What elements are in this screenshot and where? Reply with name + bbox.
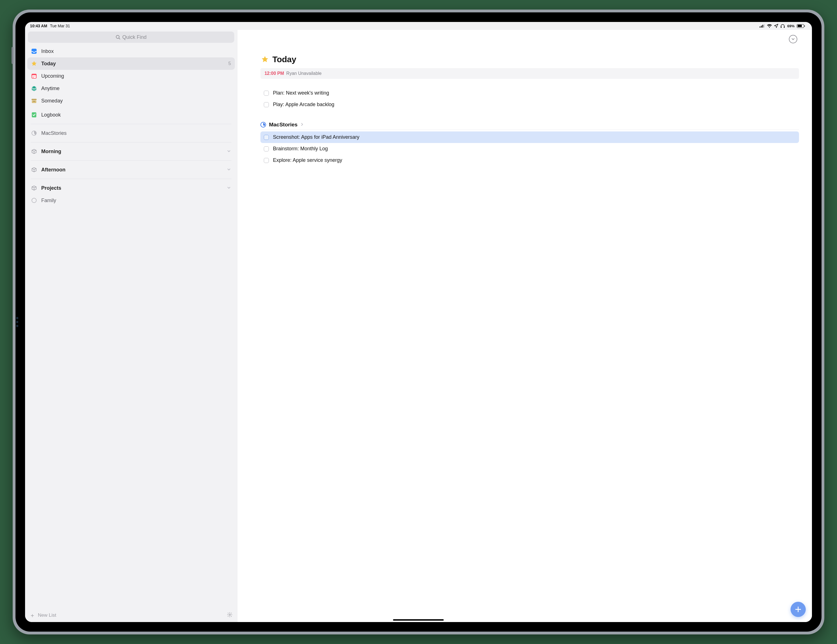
- sidebar-area-afternoon[interactable]: Afternoon: [27, 164, 235, 176]
- svg-rect-14: [31, 99, 36, 100]
- area-icon: [31, 185, 38, 192]
- volume-button: [11, 47, 13, 64]
- svg-rect-1: [761, 26, 762, 28]
- sidebar-item-label: Morning: [41, 149, 223, 154]
- task-label: Plan: Next week's writing: [273, 90, 329, 96]
- task-row[interactable]: Play: Apple Arcade backlog: [261, 99, 799, 110]
- gear-icon: [227, 612, 233, 618]
- sidebar-item-someday[interactable]: Someday: [27, 95, 235, 107]
- project-progress-icon: [261, 122, 266, 128]
- sidebar-item-label: Projects: [41, 185, 223, 191]
- section-header[interactable]: MacStories: [261, 121, 799, 128]
- svg-point-11: [33, 76, 33, 77]
- task-row[interactable]: Screenshot: Apps for iPad Anniversary: [261, 131, 799, 143]
- sidebar-item-family[interactable]: Family: [27, 194, 235, 206]
- divider: [31, 161, 232, 161]
- task-label: Brainstorm: Monthly Log: [273, 146, 328, 152]
- add-button[interactable]: [791, 602, 806, 617]
- task-row[interactable]: Brainstorm: Monthly Log: [261, 143, 799, 154]
- svg-point-13: [33, 77, 33, 78]
- wifi-icon: [767, 24, 772, 28]
- device-bezel: 10:43 AM Tue Mar 31 69: [15, 12, 822, 631]
- location-icon: [774, 24, 778, 28]
- checkbox[interactable]: [264, 158, 269, 163]
- svg-rect-4: [781, 26, 781, 28]
- checkbox[interactable]: [264, 91, 269, 96]
- search-input[interactable]: Quick Find: [28, 31, 235, 43]
- svg-rect-3: [764, 24, 765, 28]
- divider: [31, 124, 232, 124]
- layers-icon: [31, 85, 38, 92]
- svg-rect-5: [784, 26, 784, 28]
- calendar-event[interactable]: 12:00 PM Ryan Unavailable: [261, 68, 799, 79]
- sidebar-area-morning[interactable]: Morning: [27, 145, 235, 157]
- sidebar-item-today[interactable]: Today 5: [27, 57, 235, 70]
- archive-icon: [31, 97, 38, 104]
- sidebar-item-label: Upcoming: [41, 73, 232, 79]
- device-frame: 10:43 AM Tue Mar 31 69: [13, 10, 825, 634]
- sidebar-item-label: Afternoon: [41, 167, 223, 173]
- sidebar-item-macstories[interactable]: MacStories: [27, 127, 235, 139]
- chevron-right-icon: [300, 122, 304, 127]
- content-area: Quick Find Inbox: [25, 30, 812, 622]
- sidebar-item-label: MacStories: [41, 130, 232, 136]
- area-icon: [31, 148, 38, 155]
- star-icon: [261, 56, 269, 63]
- svg-point-12: [34, 76, 35, 77]
- area-icon: [31, 166, 38, 173]
- svg-rect-15: [32, 100, 36, 103]
- plus-icon: [794, 606, 802, 613]
- task-label: Play: Apple Arcade backlog: [273, 102, 334, 108]
- sidebar-item-label: Inbox: [41, 48, 232, 54]
- project-progress-icon: [31, 197, 38, 204]
- sidebar-item-logbook[interactable]: Logbook: [27, 109, 235, 121]
- status-time: 10:43 AM: [30, 24, 47, 28]
- chevron-down-icon: [227, 167, 231, 173]
- plus-icon: ＋: [30, 613, 35, 618]
- main-panel: Today 12:00 PM Ryan Unavailable Plan: Ne…: [237, 30, 812, 622]
- event-name: Ryan Unavailable: [286, 71, 322, 76]
- task-row[interactable]: Plan: Next week's writing: [261, 87, 799, 99]
- sidebar-item-label: Family: [41, 198, 232, 203]
- new-list-button[interactable]: ＋ New List: [30, 613, 56, 618]
- logbook-icon: [31, 111, 38, 118]
- battery-icon: [797, 24, 804, 28]
- page-title: Today: [272, 55, 296, 64]
- chevron-down-icon: [227, 149, 231, 154]
- checkbox[interactable]: [264, 146, 269, 151]
- sidebar-item-anytime[interactable]: Anytime: [27, 82, 235, 95]
- sidebar-item-label: Someday: [41, 98, 232, 104]
- sidebar-item-inbox[interactable]: Inbox: [27, 45, 235, 57]
- sidebar-item-label: Logbook: [41, 112, 232, 118]
- battery-percent: 69%: [787, 24, 794, 28]
- sidebar-item-label: Today: [41, 61, 224, 67]
- svg-rect-2: [762, 25, 763, 28]
- chevron-down-icon: [791, 37, 795, 41]
- status-date: Tue Mar 31: [50, 24, 70, 28]
- settings-button[interactable]: [227, 612, 233, 619]
- task-label: Screenshot: Apps for iPad Anniversary: [273, 134, 359, 140]
- checkbox[interactable]: [264, 102, 269, 107]
- project-progress-icon: [31, 130, 38, 136]
- home-indicator[interactable]: [393, 619, 444, 621]
- svg-line-7: [119, 38, 120, 39]
- svg-point-20: [229, 614, 231, 615]
- divider: [261, 129, 799, 130]
- collapse-button[interactable]: [789, 35, 797, 43]
- chevron-down-icon: [227, 185, 231, 191]
- sidebar-item-label: Anytime: [41, 85, 232, 92]
- sidebar-area-projects[interactable]: Projects: [27, 182, 235, 194]
- screen: 10:43 AM Tue Mar 31 69: [25, 22, 812, 622]
- status-bar: 10:43 AM Tue Mar 31 69: [25, 22, 812, 30]
- sidebar: Quick Find Inbox: [25, 30, 238, 622]
- sidebar-item-upcoming[interactable]: Upcoming: [27, 70, 235, 82]
- search-icon: [116, 35, 120, 39]
- calendar-icon: [31, 73, 38, 79]
- checkbox[interactable]: [264, 135, 269, 140]
- task-label: Explore: Apple service synergy: [273, 157, 342, 163]
- svg-point-19: [32, 198, 36, 203]
- svg-rect-16: [33, 101, 35, 102]
- task-row[interactable]: Explore: Apple service synergy: [261, 154, 799, 166]
- sidebar-item-count: 5: [228, 61, 231, 66]
- camera-sensor: [16, 321, 18, 323]
